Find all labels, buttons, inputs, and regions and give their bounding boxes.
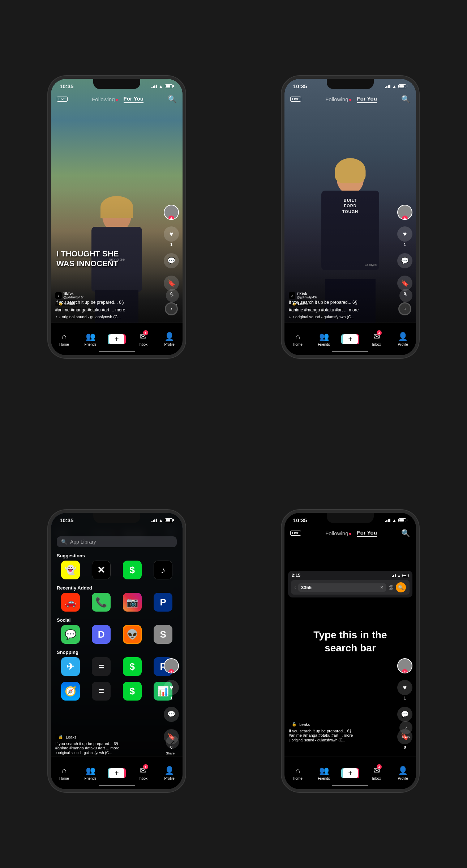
phone3-share-bottom[interactable]: ↗ Share bbox=[166, 736, 179, 756]
phone4-following-tab[interactable]: Following bbox=[325, 530, 351, 536]
phone2-foryou-tab[interactable]: For You bbox=[357, 95, 377, 103]
phone4-share-icon[interactable]: ↗ bbox=[399, 721, 412, 734]
phone2-add-btn[interactable]: + bbox=[343, 334, 358, 344]
phone4-nav-friends[interactable]: 👥 Friends bbox=[311, 766, 337, 780]
phone3-app-instagram[interactable]: 📷 bbox=[119, 593, 146, 612]
phone3-follow-btn[interactable]: + bbox=[168, 669, 174, 673]
phone4-url-bar[interactable]: ‹ 3355 ✕ @ 🔍 bbox=[291, 580, 410, 595]
phone1-bookmark-icon[interactable]: 🔖 bbox=[164, 276, 179, 291]
phone3-app-messages[interactable]: 💬 bbox=[57, 625, 84, 644]
phone2-like-btn[interactable]: ♥ 1 bbox=[397, 226, 412, 247]
phone4-live-badge[interactable]: LIVE bbox=[290, 531, 301, 536]
phone3-add-btn[interactable]: + bbox=[109, 768, 124, 778]
phone3-calc2-icon[interactable]: = bbox=[92, 682, 111, 701]
phone2-video-area[interactable]: BUILT FORD TOUGH Goodyear ♪ TikTok bbox=[284, 79, 416, 355]
phone3-nav-add[interactable]: + bbox=[104, 768, 130, 778]
phone2-avatar-btn[interactable]: + bbox=[397, 205, 412, 220]
phone4-search-field[interactable]: 3355 ✕ bbox=[298, 583, 386, 592]
phone3-app-phone[interactable]: 📞 bbox=[88, 593, 115, 612]
phone2-following-tab[interactable]: Following bbox=[325, 96, 351, 102]
phone4-search-btn[interactable]: 🔍 bbox=[396, 582, 406, 592]
phone3-app-library-search[interactable]: 🔍 App Library bbox=[57, 536, 177, 547]
phone3-heart-icon[interactable]: ♥ bbox=[164, 680, 179, 695]
phone4-add-btn[interactable]: + bbox=[343, 768, 358, 778]
phone2-nav-friends[interactable]: 👥 Friends bbox=[311, 332, 337, 346]
phone2-nav-add[interactable]: + bbox=[337, 334, 364, 344]
phone1-following-tab[interactable]: Following bbox=[92, 96, 117, 102]
phone1-foryou-tab[interactable]: For You bbox=[124, 95, 143, 103]
phone2-comment-icon[interactable]: 💬 bbox=[397, 253, 412, 268]
phone3-app-cashapp3[interactable]: $ bbox=[119, 682, 146, 701]
phone3-app-cashapp2[interactable]: $ bbox=[119, 657, 146, 676]
phone3-cashapp-icon[interactable]: $ bbox=[123, 561, 142, 579]
phone1-nav-profile[interactable]: 👤 Profile bbox=[156, 332, 183, 346]
phone3-app-sc[interactable]: S bbox=[150, 625, 177, 644]
phone1-nav-add[interactable]: + bbox=[104, 334, 130, 344]
phone3-nav-inbox[interactable]: ✉ 3 Inbox bbox=[130, 766, 156, 780]
phone2-nav-profile[interactable]: 👤 Profile bbox=[390, 332, 416, 346]
phone3-nav-profile[interactable]: 👤 Profile bbox=[156, 766, 183, 780]
phone1-like-btn[interactable]: ♥ 1 bbox=[164, 226, 179, 247]
phone4-back-btn[interactable]: ‹ bbox=[295, 585, 296, 590]
phone4-foryou-tab[interactable]: For You bbox=[357, 529, 377, 537]
phone1-nav-home[interactable]: ⌂ Home bbox=[51, 332, 77, 346]
phone1-nav-inbox[interactable]: ✉ 3 Inbox bbox=[130, 332, 156, 346]
phone2-bookmark-btn[interactable]: 🔖 0 bbox=[397, 276, 412, 296]
phone4-nav-home[interactable]: ⌂ Home bbox=[284, 766, 311, 780]
phone3-app-safari[interactable]: 🧭 bbox=[57, 682, 84, 701]
phone3-alien-icon[interactable]: 👽 bbox=[123, 625, 142, 644]
phone3-app-discord[interactable]: D bbox=[88, 625, 115, 644]
phone3-app-cashapp[interactable]: $ bbox=[119, 561, 146, 579]
phone3-app-telegram[interactable]: ✈ bbox=[57, 657, 84, 676]
phone3-avatar-btn[interactable]: + bbox=[164, 658, 179, 673]
phone2-live-badge[interactable]: LIVE bbox=[290, 97, 301, 102]
phone1-follow-btn[interactable]: + bbox=[168, 216, 174, 220]
phone3-share-icon-bottom[interactable]: ↗ bbox=[166, 736, 179, 749]
phone2-follow-btn[interactable]: + bbox=[402, 216, 408, 220]
phone3-snapchat-icon[interactable]: 👻 bbox=[61, 561, 80, 579]
phone1-live-badge[interactable]: LIVE bbox=[57, 97, 68, 102]
phone3-instagram-icon[interactable]: 📷 bbox=[123, 593, 142, 612]
phone3-cashapp3-icon[interactable]: $ bbox=[123, 682, 142, 701]
phone3-app-x[interactable]: ✕ bbox=[88, 561, 115, 579]
phone3-telegram-icon[interactable]: ✈ bbox=[61, 657, 80, 676]
phone4-share[interactable]: ↗ Share bbox=[399, 721, 412, 739]
phone3-safari-icon[interactable]: 🧭 bbox=[61, 682, 80, 701]
phone2-heart-icon[interactable]: ♥ bbox=[397, 226, 412, 242]
phone4-search-icon[interactable]: 🔍 bbox=[401, 529, 410, 537]
phone3-doordash-icon[interactable]: 🚗 bbox=[61, 593, 80, 612]
phone1-search-icon[interactable]: 🔍 bbox=[168, 95, 177, 103]
phone4-nav-inbox[interactable]: ✉ 3 Inbox bbox=[363, 766, 390, 780]
phone3-app-doordash[interactable]: 🚗 bbox=[57, 593, 84, 612]
phone4-clear-icon[interactable]: ✕ bbox=[380, 585, 384, 590]
phone4-nav-add[interactable]: + bbox=[337, 768, 364, 778]
phone4-follow-btn[interactable]: + bbox=[402, 669, 408, 673]
phone3-app-highlighted[interactable]: 👽 bbox=[119, 625, 146, 644]
phone1-comment-icon[interactable]: 💬 bbox=[164, 253, 179, 268]
phone3-comment-btn[interactable]: 💬 bbox=[164, 707, 179, 723]
phone3-tiktok-icon[interactable]: ♪ bbox=[154, 561, 172, 579]
phone3-comment-icon[interactable]: 💬 bbox=[164, 707, 179, 722]
phone3-like-btn[interactable]: ♥ 1 bbox=[164, 680, 179, 700]
phone3-app-tiktok[interactable]: ♪ bbox=[150, 561, 177, 579]
phone3-app-calc2[interactable]: = bbox=[88, 682, 115, 701]
phone1-avatar-btn[interactable]: + bbox=[164, 205, 179, 220]
phone3-messages-icon[interactable]: 💬 bbox=[61, 625, 80, 644]
phone3-cashapp2-icon[interactable]: $ bbox=[123, 657, 142, 676]
phone3-phone-icon[interactable]: 📞 bbox=[92, 593, 111, 612]
phone3-nav-friends[interactable]: 👥 Friends bbox=[77, 766, 104, 780]
phone3-app-calc[interactable]: = bbox=[88, 657, 115, 676]
phone1-add-btn[interactable]: + bbox=[109, 334, 124, 344]
phone3-x-icon[interactable]: ✕ bbox=[92, 561, 111, 579]
phone2-nav-inbox[interactable]: ✉ 3 Inbox bbox=[363, 332, 390, 346]
phone1-vinyl-btn[interactable]: ♪ bbox=[165, 302, 178, 315]
phone4-avatar-btn[interactable]: + bbox=[397, 658, 412, 673]
phone1-nav-friends[interactable]: 👥 Friends bbox=[77, 332, 104, 346]
phone1-heart-icon[interactable]: ♥ bbox=[164, 226, 179, 242]
phone4-comment-btn[interactable]: 💬 bbox=[397, 707, 412, 723]
phone2-bookmark-icon[interactable]: 🔖 bbox=[397, 276, 412, 291]
phone1-comment-btn[interactable]: 💬 bbox=[164, 253, 179, 269]
phone3-sc-icon[interactable]: S bbox=[154, 625, 172, 644]
phone2-search-icon[interactable]: 🔍 bbox=[401, 95, 410, 103]
phone4-nav-profile[interactable]: 👤 Profile bbox=[390, 766, 416, 780]
